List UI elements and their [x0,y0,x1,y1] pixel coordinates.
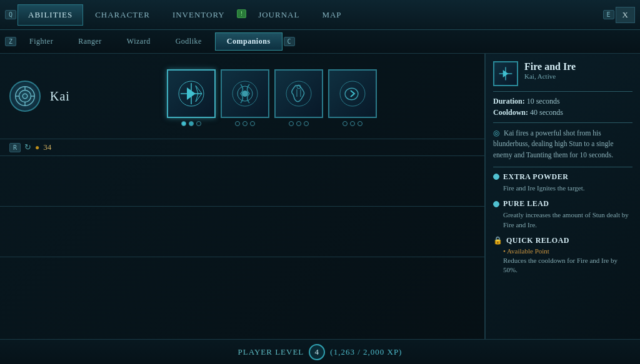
svg-point-12 [242,91,248,97]
upgrade-title-1: EXTRA POWDER [503,172,568,182]
ability-dots-1 [181,121,201,126]
ability-icon-1[interactable] [167,69,216,118]
level-badge: 4 [309,344,325,360]
ability-dots-4 [342,121,362,126]
dot-1-2 [189,121,194,126]
dot-3-1 [289,121,294,126]
upgrade-extra-powder: EXTRA POWDER Fire and Ire Ignites the ta… [493,172,632,193]
ability-icon-4[interactable] [328,69,377,118]
character-name: Kai [50,89,70,104]
ability-slot-4 [328,69,377,126]
upgrade-header-3: 🔒 QUICK RELOAD [493,236,632,245]
ability-info: Fire and Ire Kai, Active [524,61,576,80]
duration-label: Duration: [493,97,525,106]
tab-character[interactable]: CHARACTER [84,4,161,26]
ability-thumbnail [493,61,518,86]
ability-description: ◎ Kai fires a powerful shot from his blu… [493,128,632,160]
q-key-badge: Q [5,10,16,19]
svg-point-2 [22,94,28,99]
upgrade-header-2: PURE LEAD [493,199,632,209]
dot-4-3 [358,121,362,126]
abilities-grid [86,60,386,132]
upgrade-dot-1 [493,174,499,180]
resource-row: R ↻ ● 34 [0,139,484,156]
svg-point-15 [340,81,365,106]
tab-journal[interactable]: JOURNAL [248,4,310,26]
sub-nav: Z Fighter Ranger Wizard Godlike Companio… [0,30,640,54]
empty-section-3 [0,257,484,307]
svg-point-1 [19,91,31,102]
upgrade-quick-reload: 🔒 QUICK RELOAD • Available Point Reduces… [493,236,632,275]
empty-section-2 [0,207,484,257]
character-icon[interactable] [9,81,41,112]
upgrade-desc-2: Greatly increases the amount of Stun dea… [493,210,632,230]
player-level-label: PLAYER LEVEL [238,347,304,357]
lock-icon: 🔒 [493,236,502,245]
close-button[interactable]: X [616,7,635,23]
upgrade-header-1: EXTRA POWDER [493,172,632,182]
dot-1-3 [196,121,201,126]
duration-value: 10 seconds [527,97,560,106]
dot-3-2 [296,121,301,126]
upgrade-dot-2 [493,201,499,207]
ability-slot-3 [274,69,323,126]
right-divider-2 [493,122,632,123]
dot-3-3 [304,121,309,126]
tab-abilities[interactable]: ABILITIES [18,4,83,26]
ability-dots-2 [235,121,255,126]
xp-display: (1,263 / 2,000 XP) [330,347,402,357]
ability-icon-3[interactable] [274,69,323,118]
tab-map[interactable]: MAP [311,4,352,26]
dot-4-2 [350,121,355,126]
main-content: Kai [0,54,640,339]
duration-stat: Duration: 10 seconds [493,97,632,106]
gold-count: 34 [43,142,51,152]
upgrade-title-3: QUICK RELOAD [506,236,569,245]
right-divider-1 [493,91,632,92]
gold-icon: ● [35,143,39,152]
dot-1-1 [181,121,186,126]
upgrade-pure-lead: PURE LEAD Greatly increases the amount o… [493,199,632,230]
ability-icon-2[interactable] [221,69,269,118]
bullet-icon: ◎ [493,129,499,137]
dot-4-1 [342,121,348,126]
c-key-badge: C [284,37,295,46]
tab-inventory[interactable]: INVENTORY [162,4,236,26]
upgrade-desc-1: Fire and Ire Ignites the target. [493,184,632,193]
subtab-godlike[interactable]: Godlike [164,32,214,51]
subtab-fighter[interactable]: Fighter [18,32,65,51]
dot-2-3 [250,121,255,126]
dot-2-1 [235,121,240,126]
subtab-ranger[interactable]: Ranger [66,32,114,51]
top-nav: Q ABILITIES CHARACTER INVENTORY ! JOURNA… [0,0,640,30]
bottom-bar: PLAYER LEVEL 4 (1,263 / 2,000 XP) [0,339,640,364]
upgrade-desc-3: Reduces the cooldown for Fire and Ire by… [493,256,632,275]
e-key-badge: E [603,10,614,19]
ability-dots-3 [289,121,309,126]
ability-slot-2 [221,69,269,126]
ability-title: Fire and Ire [524,61,576,72]
journal-icon-badge: ! [237,9,246,18]
r-key-badge: R [9,143,21,152]
cooldown-stat: Cooldown: 40 seconds [493,108,632,117]
cooldown-value: 40 seconds [530,108,563,117]
description-text: Kai fires a powerful shot from his blund… [493,129,614,159]
left-panel: Kai [0,54,485,339]
ability-slot-1 [167,69,216,126]
dot-2-2 [242,121,248,126]
right-divider-3 [493,167,632,167]
upgrade-title-2: PURE LEAD [503,199,549,209]
z-key-badge: Z [5,37,16,46]
cooldown-label: Cooldown: [493,108,528,117]
subtab-companions[interactable]: Companions [215,32,282,51]
right-panel: Fire and Ire Kai, Active Duration: 10 se… [485,54,640,339]
ability-header: Fire and Ire Kai, Active [493,61,632,86]
available-point-label: • Available Point [493,247,632,255]
subtab-wizard[interactable]: Wizard [115,32,162,51]
character-row: Kai [0,54,484,139]
empty-section-1 [0,156,484,206]
refresh-icon[interactable]: ↻ [24,142,31,152]
ability-owner: Kai, Active [524,72,576,80]
